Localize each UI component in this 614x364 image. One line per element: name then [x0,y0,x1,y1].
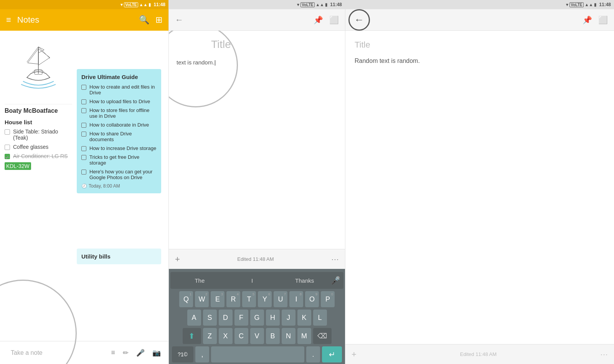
readonly-time: 11:48 [599,2,611,7]
key-H[interactable]: H [266,310,280,326]
drive-checkbox[interactable] [81,108,86,113]
key-Z[interactable]: Z [203,328,217,344]
grid-icon[interactable]: ⊞ [155,15,162,25]
key-E[interactable]: 3E [211,291,224,307]
suggestion-thanks[interactable]: Thanks [278,277,331,284]
key-J[interactable]: J [282,310,295,326]
list-icon[interactable]: ≡ [111,349,115,357]
back-arrow-icon[interactable]: ← [175,15,183,25]
drive-checklist-item: How to store files for offline use in Dr… [81,107,157,119]
clock-icon: 🕗 [81,183,87,189]
key-C[interactable]: C [234,328,248,344]
keyboard: The I Thanks 🎤 1Q 2W 3E 4R 5T 6Y 7U 8I 9… [169,269,345,364]
key-V[interactable]: V [250,328,264,344]
checkbox-checked[interactable]: ✓ [5,154,10,159]
drive-note-card[interactable]: Drive Ultimate Guide How to create and e… [77,69,161,193]
camera-icon[interactable]: 📷 [152,349,161,357]
archive-icon[interactable]: ⬜ [329,15,339,25]
editor-title-area: Title [177,38,337,54]
key-B[interactable]: B [266,328,280,344]
key-R[interactable]: 4R [226,291,240,307]
add-button[interactable]: + [352,349,357,359]
key-A[interactable]: A [187,310,201,326]
more-options-button[interactable]: ⋯ [331,255,339,264]
archive-icon[interactable]: ⬜ [598,15,608,25]
drive-checklist-item: How to share Drive documents [81,131,157,142]
notes-panel: ▾ VoLTE ▲▲ ▮ 11:48 ≡ Notes 🔍 ⊞ [0,0,169,364]
key-Y[interactable]: 6Y [258,291,272,307]
pen-icon[interactable]: ✏ [123,349,129,357]
house-list-title: House list [5,119,72,125]
back-circle-button[interactable]: ← [348,9,370,31]
menu-icon[interactable]: ≡ [6,15,11,25]
drive-note-timestamp: 🕗 Today, 8:00 AM [81,183,157,189]
readonly-timestamp: Edited 11:48 AM [360,351,597,357]
key-X[interactable]: X [219,328,233,344]
shift-key[interactable]: ⬆ [183,328,201,344]
editor-top-actions: 📌 ⬜ [314,15,339,25]
checkbox[interactable] [5,129,10,135]
drive-checklist-item: How to collaborate in Drive [81,122,157,128]
kdl-highlight: KDL-32W [5,162,31,170]
key-N[interactable]: N [282,328,295,344]
key-G[interactable]: G [250,310,264,326]
wifi-icon: ▾ [120,2,123,7]
suggestion-the[interactable]: The [173,277,226,284]
drive-checklist-item: How to create and edit files in Drive [81,84,157,96]
drive-checkbox[interactable] [81,85,86,90]
pin-icon[interactable]: 📌 [314,15,323,25]
drive-checklist-item: Tricks to get free Drive storage [81,154,157,166]
suggestion-i[interactable]: I [226,277,279,284]
space-key[interactable] [211,346,304,362]
key-Q[interactable]: 1Q [179,291,193,307]
drive-checkbox[interactable] [81,123,86,128]
symbols-key[interactable]: ?1© [172,346,193,362]
editor-main[interactable]: Title text is random.| [169,31,345,249]
drive-checkbox[interactable] [81,146,86,151]
key-W[interactable]: 2W [195,291,209,307]
readonly-main[interactable]: Title Random text is random. [345,31,614,344]
key-I[interactable]: 8I [289,291,303,307]
comma-key[interactable]: , [195,346,209,362]
drive-checkbox[interactable] [81,170,86,175]
utility-note-card[interactable]: Utility bills [77,249,161,264]
volte-label: VoLTE [569,2,583,7]
svg-line-1 [38,47,50,58]
drive-checklist-item: How to upload files to Drive [81,99,157,104]
editor-status-bar: ▾ VoLTE ▲▲ ▮ 11:48 [169,0,345,9]
key-U[interactable]: 7U [274,291,287,307]
signal-icon: ▲▲ [316,2,324,7]
key-M[interactable]: M [297,328,311,344]
period-key[interactable]: . [306,346,320,362]
key-O[interactable]: 9O [305,291,319,307]
editor-body[interactable]: text is random.| [177,58,337,67]
key-L[interactable]: L [313,310,327,326]
pin-icon[interactable]: 📌 [583,15,592,25]
drive-checkbox[interactable] [81,155,86,160]
more-options-button[interactable]: ⋯ [600,350,608,359]
key-F[interactable]: F [234,310,248,326]
utility-note-title: Utility bills [81,253,157,260]
key-D[interactable]: D [219,310,233,326]
drive-checkbox[interactable] [81,99,86,104]
checkbox[interactable] [5,145,10,150]
notes-time: 11:48 [154,2,165,7]
keyboard-mic-icon[interactable]: 🎤 [331,276,340,285]
key-K[interactable]: K [297,310,311,326]
battery-icon: ▮ [149,2,151,7]
enter-key[interactable]: ↵ [322,346,342,362]
readonly-status-bar: ▾ VoLTE ▲▲ ▮ 11:48 [345,0,614,9]
add-button[interactable]: + [175,254,180,264]
drive-checkbox[interactable] [81,132,86,137]
readonly-title: Title [355,40,605,50]
key-P[interactable]: 0P [321,291,335,307]
key-S[interactable]: S [203,310,217,326]
take-a-note-label[interactable]: Take a note [8,349,111,356]
key-T[interactable]: 5T [242,291,256,307]
search-icon[interactable]: 🔍 [139,15,149,25]
backspace-key[interactable]: ⌫ [313,328,332,344]
editor-title[interactable]: Title [177,38,337,51]
editor-top-bar: ← 📌 ⬜ [169,9,345,31]
editor-bottom-bar: + Edited 11:48 AM ⋯ [169,249,345,269]
mic-icon[interactable]: 🎤 [136,349,145,357]
